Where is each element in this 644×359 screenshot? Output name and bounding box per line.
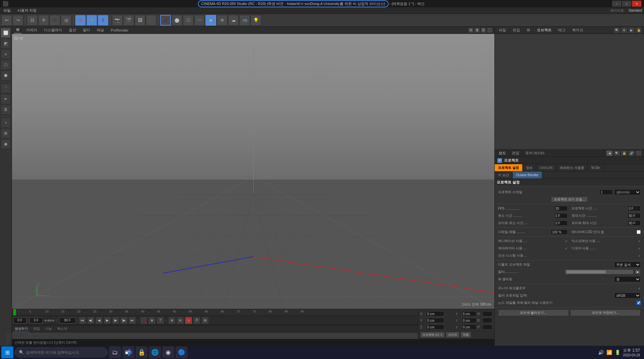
axis-y-toggle[interactable]: Y (86, 15, 97, 26)
tab-panel[interactable]: 패널 (95, 27, 106, 33)
gen-tab-function[interactable]: 기능 (44, 326, 53, 332)
taskbar-search-box[interactable]: 🔍 검색하려면 여기에 입력하십시오. (15, 347, 108, 357)
prop-header-mode[interactable]: 모드 (497, 150, 508, 156)
taskbar-app-store[interactable]: 🔒 (136, 346, 148, 358)
tool-light[interactable]: 💡 (251, 15, 261, 26)
btn-preset-load[interactable]: 프리셋 불러오기... (498, 309, 569, 316)
proj-tab-todo[interactable]: To Do (588, 164, 603, 171)
taskbar-app-mail[interactable]: 📬 (122, 346, 134, 358)
sidebar-btn-grid[interactable]: ⊞ (1, 128, 11, 138)
tool-render[interactable]: 🎥 (146, 15, 157, 26)
btn-project-size[interactable]: 프로젝트 크기 조절... (551, 196, 588, 202)
coord-x-input[interactable] (426, 311, 444, 316)
current-frame-input[interactable] (13, 317, 27, 323)
obj-tab-file[interactable]: 파일 (497, 27, 508, 33)
tab-options[interactable]: 옵션 (67, 27, 78, 33)
lod-checkbox[interactable] (637, 230, 641, 234)
tool-poly[interactable]: ◈ (205, 15, 216, 26)
proj-tab-settings[interactable]: 프로젝트 설정 (495, 164, 523, 171)
btn-prev-frame[interactable]: ◀ (95, 317, 103, 324)
sidebar-btn-s[interactable]: S (1, 105, 11, 115)
keyframe-pos-input[interactable] (30, 317, 43, 323)
tab-filter[interactable]: 필터 (81, 27, 92, 33)
prop-lock-btn[interactable]: 🔒 (621, 150, 627, 156)
tool-move[interactable]: ✛ (38, 15, 49, 26)
proj-scale-unit[interactable]: 센티미터 미터 (614, 189, 641, 195)
sidebar-btn-bend[interactable]: ⌁ (1, 118, 11, 128)
btn-remove-key[interactable]: ⊖ (177, 317, 184, 324)
coord-h-input[interactable] (482, 311, 492, 316)
gen-tab-create[interactable]: 생성하기 (13, 326, 29, 332)
gen-tab-edit[interactable]: 편집 (32, 326, 41, 332)
viewport-lock-btn[interactable]: 0 (481, 28, 486, 33)
min-time-input[interactable] (554, 213, 568, 218)
preview-max-input[interactable] (627, 220, 641, 226)
tool-deformer[interactable]: ≋ (217, 15, 227, 26)
preview-min-input[interactable] (554, 220, 568, 226)
btn-help[interactable]: ? (157, 317, 164, 324)
taskbar-app-blue[interactable]: 🔵 (176, 346, 188, 358)
coord-p-input[interactable] (482, 324, 492, 330)
btn-next-frame[interactable]: ▶ (112, 317, 119, 324)
proj-tab-keyinterp[interactable]: 키 보간 (495, 172, 513, 179)
max-time-input[interactable] (627, 213, 641, 218)
tool-scene[interactable]: ☁ (228, 15, 239, 26)
tool-camera[interactable]: 📷 (112, 15, 123, 26)
filter-btn[interactable]: ▶ (635, 269, 641, 275)
gen-tab-texture[interactable]: 텍스처 (56, 326, 68, 332)
obj-search-btn[interactable]: 🔍 (613, 27, 620, 33)
btn-play[interactable]: ▶ (104, 317, 111, 324)
proj-tab-dynamics[interactable]: 다이나믹 (536, 164, 557, 171)
btn-timeline-view[interactable]: ⊞ (201, 317, 209, 324)
minimize-button[interactable]: − (612, 1, 621, 7)
btn-skip-start[interactable]: ⏮ (79, 317, 86, 324)
maximize-button[interactable]: □ (622, 1, 631, 7)
viewport-resize-btn[interactable]: ✛ (468, 28, 473, 33)
coord-ax-input[interactable] (461, 311, 476, 316)
btn-next-key[interactable]: |▶ (120, 317, 128, 324)
tab-camera[interactable]: 카메라 (24, 27, 39, 33)
btn-skip-end[interactable]: ⏭ (129, 317, 136, 324)
sidebar-btn-wire[interactable]: ⬢ (1, 70, 11, 80)
obj-tab-edit[interactable]: 편집 (511, 27, 522, 33)
proj-tab-info[interactable]: 정보 (523, 164, 536, 171)
btn-object-size[interactable]: 오브젝트 (사 ∨ (420, 332, 445, 338)
prop-link-btn[interactable]: 🔗 (628, 150, 635, 156)
obj-lock-btn[interactable]: 🔒 (635, 27, 642, 33)
node-mat-checkbox[interactable] (637, 301, 641, 305)
btn-anim-rec[interactable]: ○ (185, 317, 192, 324)
proj-tab-octane[interactable]: Octane Render (513, 172, 542, 179)
tool-sphere[interactable]: ⬤ (172, 15, 182, 26)
obj-rightarrow-btn[interactable]: ▶ (628, 27, 635, 33)
tool-spline[interactable]: 〰 (194, 15, 205, 26)
proj-time-input[interactable] (627, 206, 641, 211)
undo-button[interactable]: ↩ (1, 15, 12, 26)
btn-preset-save[interactable]: 프리셋 저장하기... (570, 309, 641, 316)
start-button[interactable]: ⊞ (1, 346, 13, 358)
close-button[interactable]: ✕ (632, 1, 641, 7)
taskbar-app-chrome[interactable]: 🌐 (149, 346, 161, 358)
tool-render-pic[interactable]: 🖼 (135, 15, 145, 26)
obj-tab-objects[interactable]: 오브젝트 (535, 27, 554, 33)
viewport-fullscreen-btn[interactable]: ⬛ (487, 28, 492, 33)
tool-cube[interactable]: ⬛ (160, 15, 171, 26)
tool-render-region[interactable]: 🎬 (123, 15, 134, 26)
sidebar-btn-line[interactable]: ⌒ (1, 83, 11, 93)
color-profile-select[interactable]: sRGB (614, 293, 641, 299)
sidebar-btn-checkerboard[interactable]: ◩ (1, 39, 11, 49)
prop-header-edit[interactable]: 편집 (510, 150, 521, 156)
tool-nurbs[interactable]: ⬡ (183, 15, 193, 26)
redo-button[interactable]: ↪ (13, 15, 23, 26)
prop-fullscreen-btn[interactable]: ⬛ (635, 150, 642, 156)
proj-tab-references[interactable]: 레퍼런스 사용중 (557, 164, 588, 171)
menu-user[interactable]: 사용자 지정 (16, 7, 38, 14)
obj-gear-btn[interactable]: ⚙ (621, 27, 627, 33)
prop-back-btn[interactable]: ◀ (606, 150, 613, 156)
sidebar-btn-pen[interactable]: ✒ (1, 94, 11, 104)
coord-az-input[interactable] (461, 324, 476, 330)
btn-apply[interactable]: 적용 (460, 332, 471, 338)
menu-file[interactable]: 파일 (2, 7, 12, 14)
tab-prorender[interactable]: ProRender (109, 28, 130, 33)
prop-header-userdata[interactable]: 유저 데이터 (523, 150, 547, 156)
proj-scale-input[interactable] (599, 189, 613, 195)
